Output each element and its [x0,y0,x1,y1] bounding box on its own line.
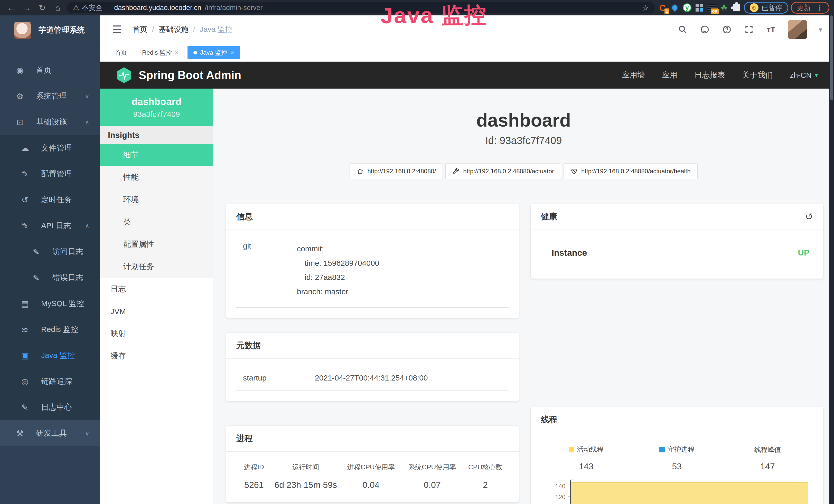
browser-forward-icon[interactable]: → [20,0,34,16]
process-card-body: 进程ID 运行时间 进程CPU使用率 系统CPU使用率 CPU核心数 5261 … [226,452,519,502]
sba-menu-jvm[interactable]: JVM [100,300,213,322]
browser-home-icon[interactable]: ⌂ [51,0,64,16]
help-icon[interactable] [722,24,732,35]
instance-links: http://192.168.0.2:48080/ http://192.168… [213,163,834,179]
browser-update-chip[interactable]: 更新 ⋮ [791,2,829,14]
health-url-button[interactable]: http://192.168.0.2:48080/actuator/health [564,163,698,179]
card-title: 元数据 [236,340,261,351]
avatar[interactable] [788,20,807,39]
history-icon[interactable]: ↺ [805,211,813,222]
browser-back-icon[interactable]: ← [5,0,18,16]
sidebar-item-label: API 日志 [41,221,71,231]
extension-y-icon[interactable]: y [682,3,692,13]
sidebar-item-config[interactable]: ✎ 配置管理 [0,161,100,187]
sidebar-item-system[interactable]: ⚙ 系统管理 ∨ [0,83,100,109]
sba-menu-metrics[interactable]: 性能 [100,166,213,188]
legend-value: 147 [722,461,813,472]
sba-menu-configprops[interactable]: 配置属性 [100,233,213,255]
github-icon[interactable] [700,24,710,35]
extension-pin-icon[interactable] [670,3,680,13]
extension-on-badge: on [711,8,719,14]
scrollbar-thumb[interactable] [830,16,833,100]
close-icon[interactable]: × [230,49,234,56]
fullscreen-icon[interactable] [744,24,754,35]
tab-home[interactable]: 首页 [109,46,133,59]
sba-nav-wallboard[interactable]: 应用墙 [622,70,645,81]
sidebar-item-tracing[interactable]: ◎ 链路追踪 [0,368,100,394]
sba-nav-about[interactable]: 关于我们 [742,70,773,81]
log-icon: ✎ [20,221,30,231]
profile-paused-chip[interactable]: ☺ 已暂停 [744,2,788,14]
process-value: 6d 23h 15m 59s [272,475,340,492]
home-icon [356,168,364,175]
browser-reload-icon[interactable]: ↻ [36,0,49,16]
sba-menu-mappings[interactable]: 映射 [100,322,213,345]
grid-shape [696,4,703,12]
extension-colorzilla-icon[interactable]: C 1 [658,3,667,13]
sba-menu-env[interactable]: 环境 [100,188,213,211]
y-axis-line [570,480,571,504]
tab-java-monitor[interactable]: Java 监控 × [188,46,240,59]
sidebar-item-label: 错误日志 [52,272,83,283]
breadcrumb-home[interactable]: 首页 [133,24,148,35]
sba-main-panel: dashboard Id: 93a3fc7f7409 http://192.16… [213,89,834,504]
sba-brand-label: Spring Boot Admin [139,69,241,82]
extension-switch-icon[interactable]: on [707,3,717,13]
security-indicator[interactable]: ⚠ 不安全 [73,3,103,12]
address-bar[interactable]: ⚠ 不安全 dashboard.yudao.iocoder.cn /infra/… [67,2,655,13]
sidebar-item-scheduled-jobs[interactable]: ↺ 定时任务 [0,187,100,213]
sidebar-item-infra[interactable]: ⊡ 基础设施 ∧ [0,109,100,135]
extension-search-leaf-icon[interactable]: ☘ [719,3,729,13]
health-key: Instance [552,248,587,258]
sidebar-item-label: 访问日志 [52,247,83,257]
sidebar-item-redis-monitor[interactable]: ≋ Redis 监控 [0,317,100,343]
main-sidebar: 芋道管理系统 ◉ 首页 ⚙ 系统管理 ∨ ⊡ 基础设施 ∧ ☁ 文件管理 ✎ [0,16,100,504]
search-icon[interactable] [678,24,688,35]
edit-icon: ✎ [20,169,30,179]
chevron-up-icon: ∧ [85,222,89,230]
hamburger-icon[interactable]: ☰ [112,23,122,36]
sidebar-item-error-log[interactable]: ✎ 错误日志 [0,265,100,291]
close-icon[interactable]: × [175,49,178,56]
sba-brand[interactable]: Spring Boot Admin [116,67,241,84]
git-value: commit: time: 1596289704000 id: 27aa832 … [297,242,505,299]
instance-health-row[interactable]: Instance UP [541,244,813,268]
browser-scrollbar[interactable] [829,16,834,504]
sba-menu-scheduledtasks[interactable]: 计划任务 [100,255,213,278]
sidebar-item-log-center[interactable]: ✎ 日志中心 [0,394,100,420]
sidebar-item-files[interactable]: ☁ 文件管理 [0,135,100,161]
sba-menu-classes[interactable]: 类 [100,211,213,233]
sba-menu-details[interactable]: 细节 [100,144,213,166]
extension-grid-icon[interactable] [695,3,704,13]
chevron-up-icon: ∧ [85,119,89,126]
sidebar-item-mysql-monitor[interactable]: ▤ MySQL 监控 [0,291,100,317]
sba-menu-logfile[interactable]: 日志 [100,278,213,300]
chevron-down-icon[interactable]: ▾ [819,26,822,33]
startup-value: 2021-04-27T00:44:31.254+08:00 [315,373,428,382]
font-size-icon[interactable]: тT [766,24,776,35]
extensions-puzzle-icon[interactable] [731,3,741,13]
service-url-button[interactable]: http://192.168.0.2:48080/ [350,163,443,179]
sidebar-item-api-log[interactable]: ✎ API 日志 ∧ [0,213,100,239]
sidebar-item-dev-tools[interactable]: ⚒ 研发工具 ∨ [0,420,100,446]
chevron-down-icon: ▾ [815,71,818,79]
sidebar-item-label: 首页 [36,65,51,75]
bookmark-star-icon[interactable]: ☆ [642,3,649,12]
sba-nav-journal[interactable]: 日志报表 [694,70,725,81]
git-time-line: time: 1596289704000 [297,256,505,270]
language-select[interactable]: zh-CN ▾ [790,71,818,79]
sba-menu-caches[interactable]: 缓存 [100,345,213,367]
instance-name: dashboard [132,96,181,107]
sidebar-item-access-log[interactable]: ✎ 访问日志 [0,239,100,265]
sba-nav-applications[interactable]: 应用 [662,70,677,81]
git-branch-line: branch: master [297,284,505,299]
actuator-url-button[interactable]: http://192.168.0.2:48080/actuator [445,163,561,179]
tab-redis-monitor[interactable]: Redis 监控 × [136,46,184,59]
sidebar-item-label: 定时任务 [41,194,72,205]
instance-header[interactable]: dashboard 93a3fc7f7409 [100,89,213,126]
breadcrumb-section[interactable]: 基础设施 [159,24,189,35]
sidebar-item-java-monitor[interactable]: ▣ Java 监控 [0,343,100,368]
sidebar-item-home[interactable]: ◉ 首页 [0,57,100,83]
browser-menu-icon[interactable]: ⋮ [816,3,824,12]
eye-icon: ◎ [20,377,30,386]
